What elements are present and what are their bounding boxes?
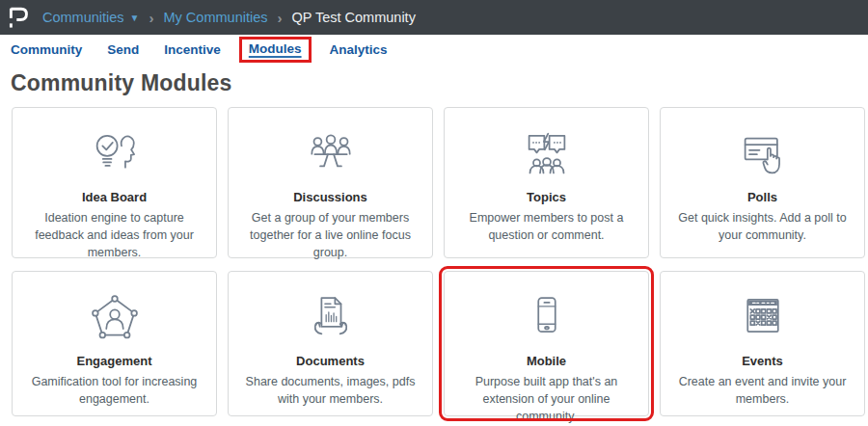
module-title: Mobile [458, 354, 635, 368]
questionpro-logo-icon[interactable] [8, 6, 29, 29]
polls-icon [736, 128, 790, 182]
module-card-events[interactable]: Events Create an event and invite your m… [660, 271, 865, 416]
module-icon-slot [242, 291, 419, 347]
module-card-mobile[interactable]: Mobile Purpose built app that's an exten… [444, 271, 649, 416]
module-icon-slot [674, 291, 851, 347]
breadcrumb-my-communities[interactable]: My Communities [164, 10, 268, 25]
module-title: Discussions [242, 190, 419, 204]
module-icon-slot [242, 127, 419, 183]
tab-modules[interactable]: Modules [239, 37, 312, 63]
module-description: Empower members to post a question or co… [458, 209, 635, 244]
module-card-documents[interactable]: Documents Share documents, images, pdfs … [228, 271, 433, 416]
engagement-icon [88, 292, 142, 346]
topbar: Communities ▼ › My Communities › QP Test… [0, 0, 868, 35]
module-grid: Idea Board Ideation engine to capture fe… [12, 107, 865, 416]
communities-menu[interactable]: Communities ▼ [42, 10, 140, 25]
module-description: Share documents, images, pdfs with your … [242, 373, 419, 408]
tab-send[interactable]: Send [107, 42, 139, 57]
topics-icon [520, 128, 574, 182]
community-nav: Community Send Incentive Modules Analyti… [0, 35, 868, 64]
module-title: Events [674, 354, 851, 368]
module-title: Topics [458, 190, 635, 204]
module-card-polls[interactable]: Polls Get quick insights. Add a poll to … [660, 107, 865, 258]
tab-community[interactable]: Community [11, 42, 82, 57]
discussions-icon [304, 128, 358, 182]
communities-menu-label: Communities [42, 10, 124, 25]
module-description: Gamification tool for increasing engagem… [26, 373, 203, 408]
module-description: Purpose built app that's an extension of… [458, 373, 635, 425]
module-icon-slot [458, 127, 635, 183]
chevron-down-icon: ▼ [130, 13, 140, 23]
module-title: Engagement [26, 354, 203, 368]
breadcrumb-current-community: QP Test Community [291, 10, 415, 25]
tab-incentive[interactable]: Incentive [164, 42, 221, 57]
module-icon-slot [26, 291, 203, 347]
module-title: Idea Board [26, 190, 203, 204]
module-icon-slot [674, 127, 851, 183]
idea-board-icon [88, 128, 142, 182]
module-title: Polls [674, 190, 851, 204]
breadcrumb-separator: › [149, 10, 154, 26]
module-title: Documents [242, 354, 419, 368]
tab-analytics[interactable]: Analytics [330, 42, 388, 57]
module-card-discussions[interactable]: Discussions Get a group of your members … [228, 107, 433, 258]
module-icon-slot [26, 127, 203, 183]
documents-icon [304, 292, 358, 346]
events-icon [736, 292, 790, 346]
module-description: Get quick insights. Add a poll to your c… [674, 209, 851, 244]
module-card-engagement[interactable]: Engagement Gamification tool for increas… [12, 271, 217, 416]
mobile-icon [520, 292, 574, 346]
module-card-idea-board[interactable]: Idea Board Ideation engine to capture fe… [12, 107, 217, 258]
module-description: Create an event and invite your members. [674, 373, 851, 408]
page-title: Community Modules [11, 70, 868, 96]
module-description: Ideation engine to capture feedback and … [26, 209, 203, 261]
module-card-topics[interactable]: Topics Empower members to post a questio… [444, 107, 649, 258]
module-description: Get a group of your members together for… [242, 209, 419, 261]
breadcrumb-separator: › [277, 10, 282, 26]
module-icon-slot [458, 291, 635, 347]
